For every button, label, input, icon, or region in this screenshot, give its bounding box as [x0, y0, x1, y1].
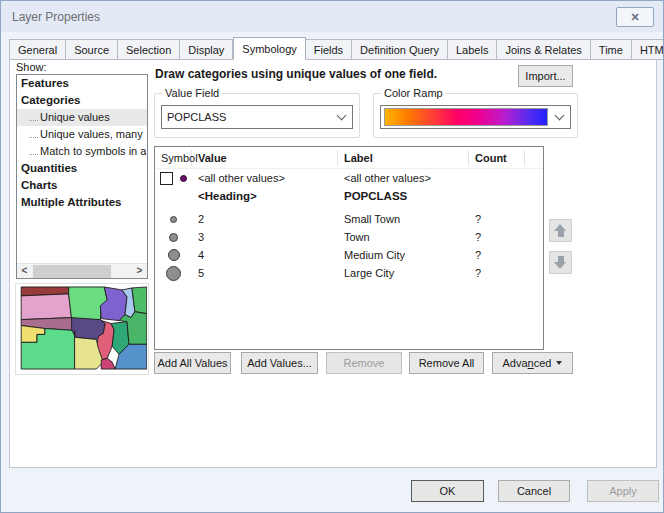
list-header-row: Symbol Value Label Count — [155, 147, 543, 169]
dialog-title: Layer Properties — [12, 10, 100, 24]
point-symbol-icon[interactable] — [166, 266, 181, 281]
up-arrow-icon — [554, 224, 567, 237]
color-ramp-label: Color Ramp — [381, 87, 446, 99]
advanced-button-label: Advanced — [503, 353, 552, 373]
color-ramp-group: Color Ramp — [373, 93, 578, 138]
layer-properties-dialog: Layer Properties ✕ General Source Select… — [0, 0, 664, 513]
tab-display[interactable]: Display — [180, 39, 233, 60]
tree-item-charts[interactable]: Charts — [17, 177, 147, 194]
point-symbol-icon[interactable] — [170, 216, 177, 223]
tree-item-multiple-attributes[interactable]: Multiple Attributes — [17, 194, 147, 211]
scroll-right-icon[interactable]: > — [132, 264, 147, 279]
table-row-value-2[interactable]: 2 Small Town ? — [155, 210, 543, 228]
scroll-left-icon[interactable]: < — [17, 264, 32, 279]
value-field-group: Value Field POPCLASS — [154, 93, 360, 138]
chevron-down-icon[interactable] — [330, 116, 352, 119]
advanced-button[interactable]: Advanced — [492, 352, 573, 374]
remove-all-button[interactable]: Remove All — [409, 352, 484, 374]
chevron-down-icon[interactable] — [548, 116, 570, 119]
table-row-value-5[interactable]: 5 Large City ? — [155, 264, 543, 282]
value-field-selected: POPCLASS — [162, 111, 330, 123]
tab-general[interactable]: General — [9, 39, 66, 60]
tree-item-categories[interactable]: Categories — [17, 92, 147, 109]
table-row-value-4[interactable]: 4 Medium City ? — [155, 246, 543, 264]
close-icon: ✕ — [630, 11, 639, 23]
point-symbol-icon[interactable] — [180, 175, 187, 182]
tab-joins-relates[interactable]: Joins & Relates — [497, 39, 590, 60]
tab-strip: General Source Selection Display Symbolo… — [9, 37, 664, 60]
unique-values-list[interactable]: Symbol Value Label Count <all other valu… — [154, 146, 544, 350]
color-ramp-dropdown[interactable] — [380, 105, 571, 129]
symbology-page: Show: Features Categories Unique values … — [9, 59, 657, 468]
point-symbol-icon[interactable] — [169, 233, 178, 242]
cancel-button[interactable]: Cancel — [498, 480, 570, 502]
table-row-heading[interactable]: <Heading> POPCLASS — [155, 187, 543, 205]
column-header-symbol[interactable]: Symbol — [155, 150, 192, 166]
add-all-values-button[interactable]: Add All Values — [154, 352, 231, 374]
layer-preview-map — [15, 283, 149, 375]
dropdown-arrow-icon — [556, 361, 562, 365]
tab-html-popup[interactable]: HTML Popup — [632, 39, 664, 60]
preview-map-image — [17, 285, 147, 373]
tree-connector — [29, 118, 38, 121]
method-description: Draw categories using unique values of o… — [155, 67, 437, 81]
show-tree: Features Categories Unique values Unique… — [16, 74, 148, 279]
tab-source[interactable]: Source — [66, 39, 118, 60]
tab-selection[interactable]: Selection — [118, 39, 180, 60]
table-row-value-3[interactable]: 3 Town ? — [155, 228, 543, 246]
all-other-values-checkbox[interactable] — [160, 172, 173, 185]
tab-definition-query[interactable]: Definition Query — [352, 39, 448, 60]
tree-connector — [29, 135, 38, 138]
title-bar[interactable]: Layer Properties ✕ — [1, 1, 663, 32]
tree-item-match-symbols[interactable]: Match to symbols in a — [17, 143, 147, 160]
tree-horizontal-scrollbar[interactable]: < > — [17, 263, 147, 278]
tree-connector — [29, 152, 38, 155]
tab-fields[interactable]: Fields — [306, 39, 352, 60]
ok-button[interactable]: OK — [411, 480, 484, 502]
value-field-label: Value Field — [162, 87, 222, 99]
tab-time[interactable]: Time — [591, 39, 632, 60]
value-field-dropdown[interactable]: POPCLASS — [161, 105, 353, 129]
column-header-value[interactable]: Value — [192, 150, 338, 166]
column-header-count[interactable]: Count — [469, 150, 525, 166]
color-ramp-preview — [384, 108, 548, 126]
column-header-label[interactable]: Label — [338, 150, 469, 166]
move-down-button[interactable] — [549, 251, 572, 274]
add-values-button[interactable]: Add Values... — [241, 352, 318, 374]
tree-item-features[interactable]: Features — [17, 75, 147, 92]
close-button[interactable]: ✕ — [616, 7, 654, 27]
tree-item-unique-values-many[interactable]: Unique values, many — [17, 126, 147, 143]
show-label: Show: — [16, 61, 47, 73]
tab-symbology[interactable]: Symbology — [233, 37, 305, 60]
down-arrow-icon — [554, 256, 567, 269]
point-symbol-icon[interactable] — [168, 249, 180, 261]
import-button[interactable]: Import... — [518, 65, 573, 87]
table-row-all-other-values[interactable]: <all other values> <all other values> — [155, 169, 543, 187]
scrollbar-thumb[interactable] — [33, 265, 111, 278]
apply-button[interactable]: Apply — [587, 480, 659, 502]
move-up-button[interactable] — [549, 219, 572, 242]
tree-item-quantities[interactable]: Quantities — [17, 160, 147, 177]
remove-button[interactable]: Remove — [326, 352, 402, 374]
tab-labels[interactable]: Labels — [448, 39, 497, 60]
tree-item-unique-values[interactable]: Unique values — [17, 109, 147, 126]
